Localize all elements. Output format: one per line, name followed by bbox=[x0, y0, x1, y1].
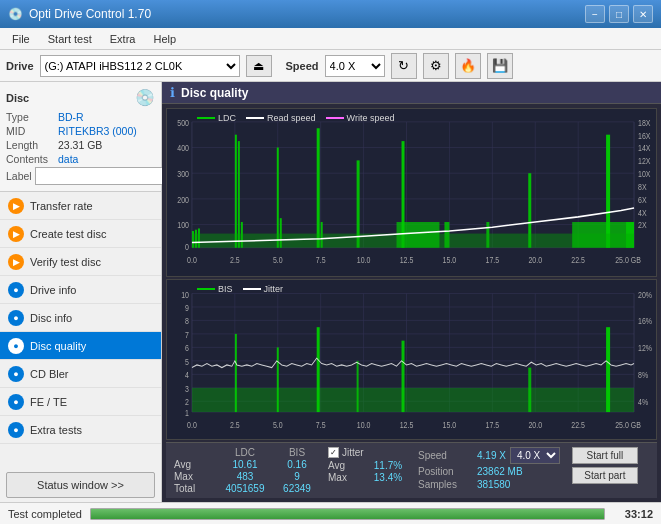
position-key: Position bbox=[418, 466, 473, 477]
svg-text:25.0 GB: 25.0 GB bbox=[615, 255, 641, 265]
menu-extra[interactable]: Extra bbox=[102, 31, 144, 47]
statusbar: Test completed 33:12 bbox=[0, 502, 661, 524]
speed-val: 4.19 X bbox=[477, 450, 506, 461]
svg-text:0.0: 0.0 bbox=[187, 419, 197, 430]
svg-text:10.0: 10.0 bbox=[357, 419, 371, 430]
drive-select[interactable]: (G:) ATAPI iHBS112 2 CL0K bbox=[40, 55, 240, 77]
svg-text:17.5: 17.5 bbox=[486, 255, 500, 265]
sidebar-item-disc-quality[interactable]: ● Disc quality bbox=[0, 332, 161, 360]
extra-tests-icon: ● bbox=[8, 422, 24, 438]
sidebar-item-transfer-rate[interactable]: ▶ Transfer rate bbox=[0, 192, 161, 220]
legend-read: Read speed bbox=[246, 113, 316, 123]
svg-text:15.0: 15.0 bbox=[443, 419, 457, 430]
svg-text:17.5: 17.5 bbox=[486, 419, 500, 430]
sidebar-item-cd-bler[interactable]: ● CD Bler bbox=[0, 360, 161, 388]
svg-text:400: 400 bbox=[177, 144, 189, 154]
minimize-button[interactable]: − bbox=[585, 5, 605, 23]
bis-label: BIS bbox=[218, 284, 233, 294]
start-part-button[interactable]: Start part bbox=[572, 467, 638, 484]
ldc-chart: LDC Read speed Write speed bbox=[166, 108, 657, 277]
disc-length-value: 23.31 GB bbox=[58, 139, 102, 151]
disc-mid-label: MID bbox=[6, 125, 58, 137]
svg-text:20%: 20% bbox=[638, 288, 652, 299]
sidebar-item-verify-test-disc[interactable]: ▶ Verify test disc bbox=[0, 248, 161, 276]
svg-text:20.0: 20.0 bbox=[528, 255, 542, 265]
bis-chart: BIS Jitter bbox=[166, 279, 657, 440]
svg-text:9: 9 bbox=[185, 302, 189, 313]
speed-select[interactable]: 4.0 X bbox=[325, 55, 385, 77]
sidebar-label-create-test-disc: Create test disc bbox=[30, 228, 106, 240]
svg-text:2.5: 2.5 bbox=[230, 255, 240, 265]
menu-help[interactable]: Help bbox=[145, 31, 184, 47]
svg-rect-86 bbox=[192, 388, 634, 412]
position-val: 23862 MB bbox=[477, 466, 523, 477]
close-button[interactable]: ✕ bbox=[633, 5, 653, 23]
ldc-label: LDC bbox=[218, 113, 236, 123]
svg-text:0.0: 0.0 bbox=[187, 255, 197, 265]
svg-text:7.5: 7.5 bbox=[316, 419, 326, 430]
svg-rect-87 bbox=[235, 334, 237, 412]
disc-label-text: Label bbox=[6, 170, 32, 182]
disc-quality-header-icon: ℹ bbox=[170, 85, 175, 100]
sidebar-label-verify-test-disc: Verify test disc bbox=[30, 256, 101, 268]
speed-dropdown-select[interactable]: 4.0 X bbox=[510, 447, 560, 464]
sidebar-item-create-test-disc[interactable]: ▶ Create test disc bbox=[0, 220, 161, 248]
svg-rect-26 bbox=[317, 128, 320, 247]
status-window-button[interactable]: Status window >> bbox=[6, 472, 155, 498]
start-full-button[interactable]: Start full bbox=[572, 447, 638, 464]
chart2-svg: 10 9 8 7 6 5 4 3 2 1 20% 16% 12% 8% 4% bbox=[167, 280, 656, 439]
disc-panel-icon: 💿 bbox=[135, 88, 155, 107]
write-label: Write speed bbox=[347, 113, 395, 123]
burn-button[interactable]: 🔥 bbox=[455, 53, 481, 79]
maximize-button[interactable]: □ bbox=[609, 5, 629, 23]
refresh-button[interactable]: ↻ bbox=[391, 53, 417, 79]
svg-text:500: 500 bbox=[177, 118, 189, 128]
svg-text:0: 0 bbox=[185, 242, 189, 252]
stats-max-ldc: 483 bbox=[220, 471, 270, 482]
sidebar-label-disc-quality: Disc quality bbox=[30, 340, 86, 352]
svg-text:8%: 8% bbox=[638, 369, 649, 380]
sidebar-label-drive-info: Drive info bbox=[30, 284, 76, 296]
samples-key: Samples bbox=[418, 479, 473, 490]
disc-type-value: BD-R bbox=[58, 111, 84, 123]
svg-rect-88 bbox=[277, 347, 279, 412]
disc-label-input[interactable] bbox=[35, 167, 164, 185]
stats-avg-bis: 0.16 bbox=[274, 459, 320, 470]
sidebar-label-fe-te: FE / TE bbox=[30, 396, 67, 408]
status-time: 33:12 bbox=[613, 508, 653, 520]
app-title-area: 💿 Opti Drive Control 1.70 bbox=[8, 7, 151, 21]
jitter-max-label: Max bbox=[328, 472, 364, 483]
save-button[interactable]: 💾 bbox=[487, 53, 513, 79]
disc-type-label: Type bbox=[6, 111, 58, 123]
svg-rect-22 bbox=[238, 141, 240, 248]
sidebar-item-disc-info[interactable]: ● Disc info bbox=[0, 304, 161, 332]
eject-button[interactable]: ⏏ bbox=[246, 55, 272, 77]
disc-panel-title: Disc bbox=[6, 92, 29, 104]
svg-text:2X: 2X bbox=[638, 221, 647, 231]
jitter-checkbox[interactable]: ✓ bbox=[328, 447, 339, 458]
svg-text:18X: 18X bbox=[638, 118, 651, 128]
svg-text:2: 2 bbox=[185, 396, 189, 407]
stats-max-label: Max bbox=[174, 471, 216, 482]
app-icon: 💿 bbox=[8, 7, 23, 21]
sidebar-item-fe-te[interactable]: ● FE / TE bbox=[0, 388, 161, 416]
sidebar-item-extra-tests[interactable]: ● Extra tests bbox=[0, 416, 161, 444]
jitter-section-label: Jitter bbox=[342, 447, 364, 458]
create-test-disc-icon: ▶ bbox=[8, 226, 24, 242]
svg-rect-24 bbox=[277, 148, 279, 248]
svg-text:16%: 16% bbox=[638, 315, 652, 326]
settings-button[interactable]: ⚙ bbox=[423, 53, 449, 79]
disc-contents-label: Contents bbox=[6, 153, 58, 165]
menu-file[interactable]: File bbox=[4, 31, 38, 47]
main-area: Disc 💿 Type BD-R MID RITEKBR3 (000) Leng… bbox=[0, 82, 661, 502]
bis-dot bbox=[197, 288, 215, 290]
disc-length-label: Length bbox=[6, 139, 58, 151]
svg-text:10.0: 10.0 bbox=[357, 255, 371, 265]
legend-ldc: LDC bbox=[197, 113, 236, 123]
window-controls: − □ ✕ bbox=[585, 5, 653, 23]
read-dot bbox=[246, 117, 264, 119]
legend-jitter: Jitter bbox=[243, 284, 284, 294]
sidebar-item-drive-info[interactable]: ● Drive info bbox=[0, 276, 161, 304]
menu-start-test[interactable]: Start test bbox=[40, 31, 100, 47]
stats-total-label: Total bbox=[174, 483, 216, 494]
